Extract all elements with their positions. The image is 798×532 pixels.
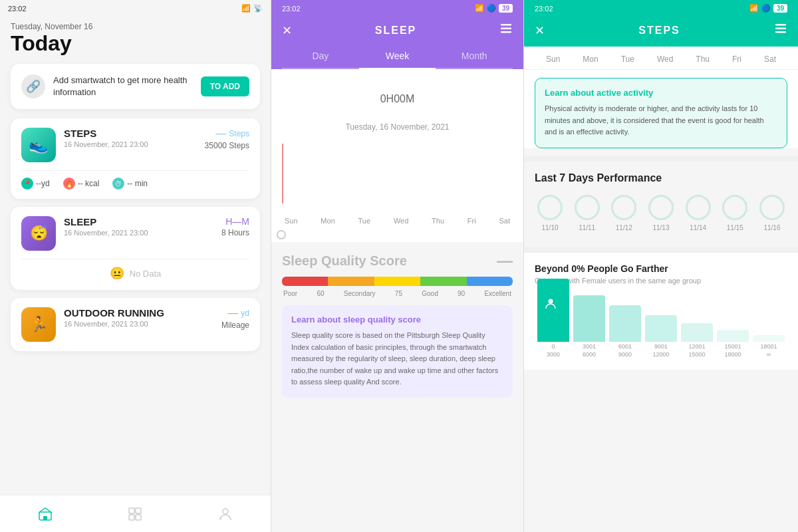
sleep-close-button[interactable]: ✕	[282, 23, 292, 38]
svg-rect-3	[136, 508, 141, 513]
user-avatar	[540, 293, 561, 314]
bar-fill	[645, 315, 677, 342]
bar-col-0: 03000	[537, 279, 569, 358]
running-info: OUTDOOR RUNNING 16 November, 2021 23:00	[64, 307, 213, 328]
steps-menu-button[interactable]	[774, 22, 787, 39]
location-icon: 📍	[21, 178, 33, 190]
last7-circles: 11/10 11/11 11/12 11/13 11/14 11/15	[535, 195, 787, 231]
bar-fill	[753, 335, 785, 342]
bar-col-5: 1500118000	[717, 330, 749, 358]
status-time-today: 23:02	[8, 5, 27, 13]
no-data-label: 😐 No Data	[21, 259, 249, 281]
smartwatch-message: Add smartwatch to get more health inform…	[53, 74, 193, 98]
today-panel: 23:02 📶 📡 Tuesday, November 16 Today 🔗 A…	[0, 0, 271, 532]
home-icon	[37, 506, 53, 522]
svg-rect-4	[129, 515, 134, 520]
beyond-title-prefix: Beyond	[535, 263, 571, 274]
svg-rect-7	[501, 24, 511, 26]
steps-header: 23:02 📶 🔵 39 ✕ STEPS	[524, 0, 798, 47]
nav-home[interactable]	[37, 506, 53, 522]
beyond-chart-container: 03000 30016000 60019000 900112000 120011…	[535, 293, 787, 359]
sleep-tab-week[interactable]: Week	[359, 44, 436, 69]
steps-title: STEPS	[638, 25, 680, 37]
calendar-week: Sun Mon Tue Wed Thu Fri Sat	[524, 47, 798, 70]
sleep-info-card: Learn about sleep quality score Sleep qu…	[282, 305, 513, 398]
svg-rect-8	[501, 28, 511, 30]
stat-min: ⏱ -- min	[112, 178, 148, 190]
sleep-chart: Sun Mon Tue Wed Thu Fri Sat	[271, 137, 523, 230]
sleep-metric-label: H—M	[221, 216, 249, 227]
svg-rect-12	[775, 31, 786, 33]
sleep-header: 23:02 📶 🔵 39 ✕ SLEEP Day Week Month	[271, 0, 523, 69]
sleep-title-bar: ✕ SLEEP	[282, 17, 513, 39]
bar-col-4: 1200115000	[681, 323, 713, 358]
sleep-tabs: Day Week Month	[282, 44, 513, 69]
svg-rect-1	[43, 516, 47, 520]
circle-item: 11/12	[611, 195, 636, 231]
sleep-metric-value: 8 Hours	[221, 228, 249, 237]
wifi-icon: 📡	[253, 4, 263, 13]
steps-metric-value: 35000 Steps	[205, 141, 249, 150]
svg-rect-10	[775, 24, 786, 26]
sleep-date: 16 November, 2021 23:00	[64, 229, 213, 237]
sleep-hours: 0H00M	[271, 85, 523, 120]
steps-title-bar: ✕ STEPS	[535, 17, 787, 47]
steps-status-bar: 23:02 📶 🔵 39	[535, 4, 787, 17]
sleep-menu-button[interactable]	[499, 22, 513, 39]
quality-bar	[282, 277, 513, 286]
sleep-chart-days: Sun Mon Tue Wed Thu Fri Sat	[282, 217, 513, 225]
circle-ring	[648, 195, 674, 220]
stat-kcal: 🔥 -- kcal	[63, 178, 100, 190]
bar-fill	[717, 330, 749, 342]
steps-info-card: Learn about active activity Physical act…	[535, 78, 787, 148]
sleep-icon: 😴	[21, 216, 56, 251]
steps-battery: 39	[773, 4, 787, 13]
circle-ring	[722, 195, 747, 220]
steps-name: STEPS	[64, 128, 197, 139]
bar-fill	[573, 295, 605, 342]
steps-metric-label: — Steps	[205, 128, 249, 140]
smartwatch-text: Add smartwatch to get more health inform…	[53, 74, 193, 98]
svg-point-6	[223, 509, 228, 514]
to-add-button[interactable]: TO ADD	[201, 76, 249, 96]
sleep-content: 0H00M Tuesday, 16 November, 2021 Sun Mon…	[271, 69, 523, 230]
circle-item: 11/16	[759, 195, 785, 231]
steps-card: 👟 STEPS 16 November, 2021 23:00 — Steps …	[11, 118, 260, 199]
steps-bt-icon: 🔵	[761, 4, 771, 13]
steps-info: STEPS 16 November, 2021 23:00	[64, 128, 197, 148]
sleep-time-display: 0H00M Tuesday, 16 November, 2021	[271, 69, 523, 137]
sleep-quality-section: Sleep Quality Score — Poor 60 Secondary …	[271, 242, 523, 408]
sleep-tab-day[interactable]: Day	[282, 44, 359, 68]
avatar-circle	[540, 293, 561, 314]
circle-ring	[611, 195, 636, 220]
circle-ring	[686, 195, 711, 220]
steps-close-button[interactable]: ✕	[535, 23, 545, 38]
steps-signal-icon: 📶	[749, 4, 759, 13]
sleep-panel: 23:02 📶 🔵 39 ✕ SLEEP Day Week Month 0H00…	[271, 0, 523, 532]
nav-profile[interactable]	[217, 506, 233, 522]
sleep-tab-month[interactable]: Month	[436, 44, 513, 68]
sleep-title: SLEEP	[375, 25, 416, 37]
last7-title: Last 7 Days Performance	[535, 172, 787, 184]
nav-grid[interactable]	[127, 506, 143, 522]
steps-info-title: Learn about active activity	[545, 88, 777, 98]
svg-rect-2	[129, 508, 134, 513]
grid-icon	[127, 506, 143, 522]
steps-metric: — Steps 35000 Steps	[205, 128, 249, 150]
svg-point-13	[549, 299, 553, 303]
steps-date: 16 November, 2021 23:00	[64, 140, 197, 148]
sleep-signal-icon: 📶	[475, 4, 484, 13]
running-date: 16 November, 2021 23:00	[64, 320, 213, 328]
user-icon	[217, 506, 233, 522]
running-metric: — yd Mileage	[221, 307, 249, 330]
sleep-info-title: Learn about sleep quality score	[291, 315, 503, 325]
sleep-battery: 39	[499, 4, 513, 13]
bar-fill	[609, 305, 641, 342]
steps-icon: 👟	[21, 128, 56, 162]
steps-calendar: Sun Mon Tue Wed Thu Fri Sat Learn about …	[524, 47, 798, 148]
steps-info-text: Physical activity is moderate or higher,…	[545, 103, 777, 138]
sleep-metric: H—M 8 Hours	[221, 216, 249, 237]
bar-col-1: 30016000	[573, 295, 605, 358]
circle-ring	[759, 195, 785, 220]
sleep-bt-icon: 🔵	[487, 4, 496, 13]
